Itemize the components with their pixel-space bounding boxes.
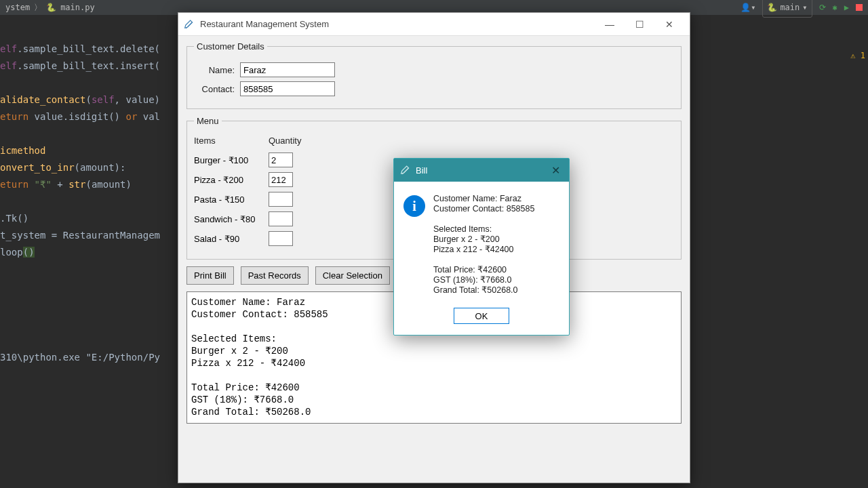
item-label: Sandwich - ₹80 bbox=[194, 214, 269, 224]
header-items: Items bbox=[194, 136, 269, 146]
header-quantity: Quantity bbox=[269, 136, 301, 146]
rerun-icon[interactable]: ⟳ bbox=[819, 0, 826, 16]
app-titlebar[interactable]: Restaurant Management System — ☐ ✕ bbox=[178, 13, 690, 36]
name-label: Name: bbox=[194, 65, 235, 75]
item-label: Pizza - ₹200 bbox=[194, 175, 269, 185]
tk-feather-icon bbox=[184, 19, 195, 30]
item-label: Salad - ₹90 bbox=[194, 234, 269, 244]
dialog-title: Bill bbox=[416, 165, 427, 176]
dialog-close-button[interactable]: ✕ bbox=[549, 164, 562, 177]
qty-input-salad[interactable] bbox=[269, 231, 293, 246]
run-icon[interactable]: ▶ bbox=[844, 0, 849, 16]
customer-details-group: Customer Details Name: Contact: bbox=[186, 41, 682, 109]
item-label: Burger - ₹100 bbox=[194, 155, 269, 165]
run-config-name: main bbox=[780, 0, 800, 16]
minimize-button[interactable]: — bbox=[595, 14, 625, 35]
name-input[interactable] bbox=[240, 62, 335, 77]
editor-code[interactable]: elf.sample_bill_text.delete( elf.sample_… bbox=[0, 41, 176, 261]
print-bill-button[interactable]: Print Bill bbox=[186, 266, 234, 285]
user-icon[interactable]: 👤▾ bbox=[741, 0, 755, 16]
breadcrumb-sep: 〉 bbox=[34, 0, 42, 16]
run-config-dropdown[interactable]: 🐍 main ▾ bbox=[762, 0, 812, 18]
clear-selection-button[interactable]: Clear Selection bbox=[315, 266, 390, 285]
qty-input-pasta[interactable] bbox=[269, 192, 293, 207]
breadcrumb-tail: ystem bbox=[5, 0, 30, 16]
dialog-titlebar[interactable]: Bill ✕ bbox=[394, 159, 569, 182]
menu-legend: Menu bbox=[194, 116, 222, 126]
qty-input-pizza[interactable] bbox=[269, 172, 293, 187]
python-icon: 🐍 bbox=[767, 0, 777, 16]
qty-input-burger[interactable] bbox=[269, 152, 293, 167]
contact-label: Contact: bbox=[194, 84, 235, 94]
stop-icon[interactable] bbox=[856, 4, 863, 11]
app-title: Restaurant Management System bbox=[200, 19, 329, 29]
info-icon: i bbox=[403, 195, 425, 217]
console-output: 310\python.exe "E:/Python/Py bbox=[0, 349, 160, 366]
item-label: Pasta - ₹150 bbox=[194, 195, 269, 205]
debug-icon[interactable]: ✱ bbox=[833, 0, 837, 16]
ok-button[interactable]: OK bbox=[454, 308, 509, 324]
chevron-down-icon: ▾ bbox=[802, 0, 807, 16]
warning-badge[interactable]: ⚠ 1 bbox=[850, 47, 865, 64]
close-button[interactable]: ✕ bbox=[654, 14, 684, 35]
maximize-button[interactable]: ☐ bbox=[625, 14, 654, 35]
contact-input[interactable] bbox=[240, 81, 335, 96]
tab-filename[interactable]: main.py bbox=[60, 0, 95, 16]
python-file-icon: 🐍 bbox=[46, 0, 56, 16]
qty-input-sandwich[interactable] bbox=[269, 211, 293, 226]
customer-details-legend: Customer Details bbox=[194, 41, 267, 52]
tk-feather-icon bbox=[401, 165, 410, 175]
past-records-button[interactable]: Past Records bbox=[241, 266, 309, 285]
dialog-message: Customer Name: Faraz Customer Contact: 8… bbox=[433, 194, 534, 296]
bill-dialog: Bill ✕ i Customer Name: Faraz Customer C… bbox=[393, 158, 570, 336]
